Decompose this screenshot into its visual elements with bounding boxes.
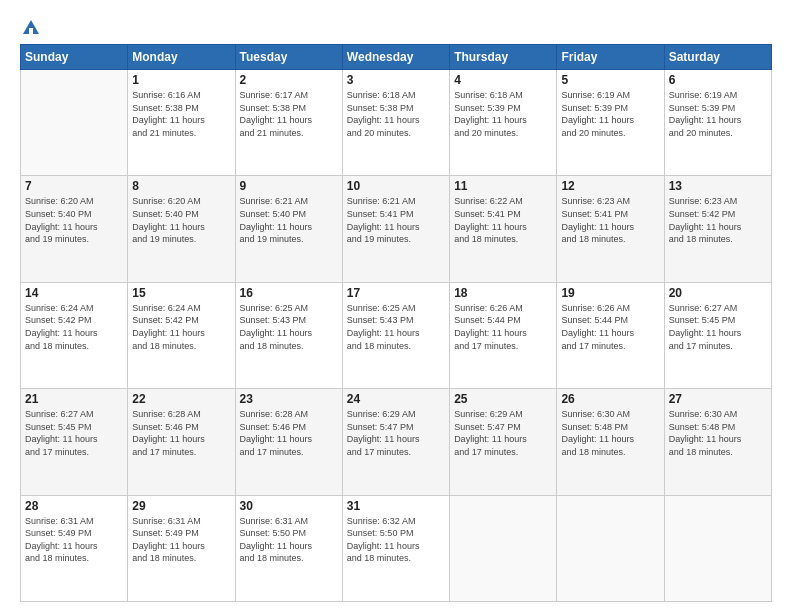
cell-info: Sunrise: 6:27 AMSunset: 5:45 PMDaylight:… bbox=[669, 302, 767, 352]
calendar-cell bbox=[21, 70, 128, 176]
calendar-cell: 28Sunrise: 6:31 AMSunset: 5:49 PMDayligh… bbox=[21, 495, 128, 601]
cell-date-number: 29 bbox=[132, 499, 230, 513]
cell-date-number: 19 bbox=[561, 286, 659, 300]
cell-date-number: 27 bbox=[669, 392, 767, 406]
header bbox=[20, 18, 772, 36]
cell-date-number: 21 bbox=[25, 392, 123, 406]
cell-info: Sunrise: 6:18 AMSunset: 5:39 PMDaylight:… bbox=[454, 89, 552, 139]
calendar-cell: 18Sunrise: 6:26 AMSunset: 5:44 PMDayligh… bbox=[450, 282, 557, 388]
cell-info: Sunrise: 6:22 AMSunset: 5:41 PMDaylight:… bbox=[454, 195, 552, 245]
calendar-cell: 3Sunrise: 6:18 AMSunset: 5:38 PMDaylight… bbox=[342, 70, 449, 176]
cell-date-number: 16 bbox=[240, 286, 338, 300]
cell-info: Sunrise: 6:25 AMSunset: 5:43 PMDaylight:… bbox=[240, 302, 338, 352]
cell-date-number: 6 bbox=[669, 73, 767, 87]
calendar-cell: 22Sunrise: 6:28 AMSunset: 5:46 PMDayligh… bbox=[128, 389, 235, 495]
cell-info: Sunrise: 6:30 AMSunset: 5:48 PMDaylight:… bbox=[669, 408, 767, 458]
calendar-cell: 1Sunrise: 6:16 AMSunset: 5:38 PMDaylight… bbox=[128, 70, 235, 176]
cell-date-number: 14 bbox=[25, 286, 123, 300]
logo-icon bbox=[21, 18, 41, 38]
calendar-cell: 10Sunrise: 6:21 AMSunset: 5:41 PMDayligh… bbox=[342, 176, 449, 282]
weekday-header-tuesday: Tuesday bbox=[235, 45, 342, 70]
cell-info: Sunrise: 6:32 AMSunset: 5:50 PMDaylight:… bbox=[347, 515, 445, 565]
calendar-cell: 19Sunrise: 6:26 AMSunset: 5:44 PMDayligh… bbox=[557, 282, 664, 388]
cell-date-number: 31 bbox=[347, 499, 445, 513]
week-row-4: 21Sunrise: 6:27 AMSunset: 5:45 PMDayligh… bbox=[21, 389, 772, 495]
cell-info: Sunrise: 6:23 AMSunset: 5:41 PMDaylight:… bbox=[561, 195, 659, 245]
cell-date-number: 25 bbox=[454, 392, 552, 406]
cell-date-number: 12 bbox=[561, 179, 659, 193]
cell-info: Sunrise: 6:29 AMSunset: 5:47 PMDaylight:… bbox=[347, 408, 445, 458]
cell-date-number: 5 bbox=[561, 73, 659, 87]
calendar-cell: 30Sunrise: 6:31 AMSunset: 5:50 PMDayligh… bbox=[235, 495, 342, 601]
cell-info: Sunrise: 6:18 AMSunset: 5:38 PMDaylight:… bbox=[347, 89, 445, 139]
calendar-cell bbox=[450, 495, 557, 601]
weekday-header-monday: Monday bbox=[128, 45, 235, 70]
cell-date-number: 26 bbox=[561, 392, 659, 406]
weekday-header-row: SundayMondayTuesdayWednesdayThursdayFrid… bbox=[21, 45, 772, 70]
cell-date-number: 24 bbox=[347, 392, 445, 406]
cell-info: Sunrise: 6:26 AMSunset: 5:44 PMDaylight:… bbox=[561, 302, 659, 352]
calendar-cell: 24Sunrise: 6:29 AMSunset: 5:47 PMDayligh… bbox=[342, 389, 449, 495]
svg-rect-1 bbox=[29, 28, 33, 34]
week-row-1: 1Sunrise: 6:16 AMSunset: 5:38 PMDaylight… bbox=[21, 70, 772, 176]
calendar-cell: 29Sunrise: 6:31 AMSunset: 5:49 PMDayligh… bbox=[128, 495, 235, 601]
calendar-cell: 13Sunrise: 6:23 AMSunset: 5:42 PMDayligh… bbox=[664, 176, 771, 282]
cell-date-number: 10 bbox=[347, 179, 445, 193]
cell-date-number: 11 bbox=[454, 179, 552, 193]
week-row-3: 14Sunrise: 6:24 AMSunset: 5:42 PMDayligh… bbox=[21, 282, 772, 388]
cell-info: Sunrise: 6:28 AMSunset: 5:46 PMDaylight:… bbox=[240, 408, 338, 458]
cell-info: Sunrise: 6:29 AMSunset: 5:47 PMDaylight:… bbox=[454, 408, 552, 458]
cell-info: Sunrise: 6:24 AMSunset: 5:42 PMDaylight:… bbox=[132, 302, 230, 352]
cell-date-number: 18 bbox=[454, 286, 552, 300]
cell-date-number: 17 bbox=[347, 286, 445, 300]
cell-info: Sunrise: 6:31 AMSunset: 5:49 PMDaylight:… bbox=[25, 515, 123, 565]
calendar-cell: 14Sunrise: 6:24 AMSunset: 5:42 PMDayligh… bbox=[21, 282, 128, 388]
calendar-cell: 8Sunrise: 6:20 AMSunset: 5:40 PMDaylight… bbox=[128, 176, 235, 282]
cell-date-number: 7 bbox=[25, 179, 123, 193]
cell-date-number: 23 bbox=[240, 392, 338, 406]
calendar-cell: 6Sunrise: 6:19 AMSunset: 5:39 PMDaylight… bbox=[664, 70, 771, 176]
weekday-header-thursday: Thursday bbox=[450, 45, 557, 70]
page: SundayMondayTuesdayWednesdayThursdayFrid… bbox=[0, 0, 792, 612]
cell-info: Sunrise: 6:20 AMSunset: 5:40 PMDaylight:… bbox=[25, 195, 123, 245]
cell-info: Sunrise: 6:21 AMSunset: 5:40 PMDaylight:… bbox=[240, 195, 338, 245]
cell-info: Sunrise: 6:21 AMSunset: 5:41 PMDaylight:… bbox=[347, 195, 445, 245]
logo bbox=[20, 18, 41, 36]
cell-info: Sunrise: 6:17 AMSunset: 5:38 PMDaylight:… bbox=[240, 89, 338, 139]
cell-info: Sunrise: 6:31 AMSunset: 5:49 PMDaylight:… bbox=[132, 515, 230, 565]
calendar-cell: 16Sunrise: 6:25 AMSunset: 5:43 PMDayligh… bbox=[235, 282, 342, 388]
calendar-cell: 4Sunrise: 6:18 AMSunset: 5:39 PMDaylight… bbox=[450, 70, 557, 176]
cell-date-number: 2 bbox=[240, 73, 338, 87]
calendar-table: SundayMondayTuesdayWednesdayThursdayFrid… bbox=[20, 44, 772, 602]
calendar-cell: 23Sunrise: 6:28 AMSunset: 5:46 PMDayligh… bbox=[235, 389, 342, 495]
cell-date-number: 22 bbox=[132, 392, 230, 406]
week-row-5: 28Sunrise: 6:31 AMSunset: 5:49 PMDayligh… bbox=[21, 495, 772, 601]
cell-info: Sunrise: 6:16 AMSunset: 5:38 PMDaylight:… bbox=[132, 89, 230, 139]
calendar-cell: 12Sunrise: 6:23 AMSunset: 5:41 PMDayligh… bbox=[557, 176, 664, 282]
cell-info: Sunrise: 6:28 AMSunset: 5:46 PMDaylight:… bbox=[132, 408, 230, 458]
week-row-2: 7Sunrise: 6:20 AMSunset: 5:40 PMDaylight… bbox=[21, 176, 772, 282]
cell-info: Sunrise: 6:26 AMSunset: 5:44 PMDaylight:… bbox=[454, 302, 552, 352]
cell-info: Sunrise: 6:20 AMSunset: 5:40 PMDaylight:… bbox=[132, 195, 230, 245]
calendar-cell: 9Sunrise: 6:21 AMSunset: 5:40 PMDaylight… bbox=[235, 176, 342, 282]
calendar-cell: 25Sunrise: 6:29 AMSunset: 5:47 PMDayligh… bbox=[450, 389, 557, 495]
calendar-cell: 26Sunrise: 6:30 AMSunset: 5:48 PMDayligh… bbox=[557, 389, 664, 495]
calendar-cell: 20Sunrise: 6:27 AMSunset: 5:45 PMDayligh… bbox=[664, 282, 771, 388]
cell-info: Sunrise: 6:24 AMSunset: 5:42 PMDaylight:… bbox=[25, 302, 123, 352]
cell-date-number: 20 bbox=[669, 286, 767, 300]
weekday-header-wednesday: Wednesday bbox=[342, 45, 449, 70]
cell-date-number: 15 bbox=[132, 286, 230, 300]
cell-date-number: 1 bbox=[132, 73, 230, 87]
calendar-cell: 17Sunrise: 6:25 AMSunset: 5:43 PMDayligh… bbox=[342, 282, 449, 388]
cell-date-number: 13 bbox=[669, 179, 767, 193]
calendar-cell: 15Sunrise: 6:24 AMSunset: 5:42 PMDayligh… bbox=[128, 282, 235, 388]
cell-info: Sunrise: 6:27 AMSunset: 5:45 PMDaylight:… bbox=[25, 408, 123, 458]
cell-info: Sunrise: 6:19 AMSunset: 5:39 PMDaylight:… bbox=[669, 89, 767, 139]
cell-date-number: 28 bbox=[25, 499, 123, 513]
cell-info: Sunrise: 6:23 AMSunset: 5:42 PMDaylight:… bbox=[669, 195, 767, 245]
calendar-cell bbox=[557, 495, 664, 601]
cell-info: Sunrise: 6:25 AMSunset: 5:43 PMDaylight:… bbox=[347, 302, 445, 352]
calendar-cell bbox=[664, 495, 771, 601]
cell-info: Sunrise: 6:30 AMSunset: 5:48 PMDaylight:… bbox=[561, 408, 659, 458]
cell-date-number: 30 bbox=[240, 499, 338, 513]
